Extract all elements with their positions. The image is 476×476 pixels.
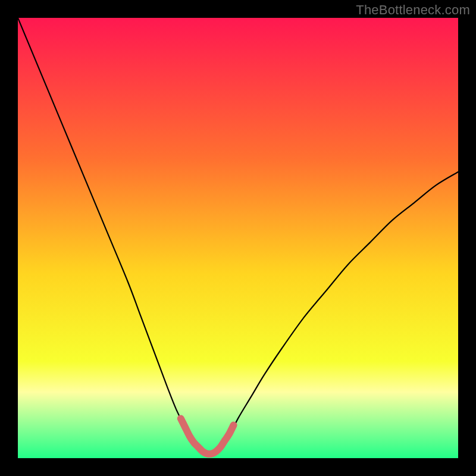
gradient-background bbox=[18, 18, 458, 458]
plot-area bbox=[18, 18, 458, 458]
chart-frame: TheBottleneck.com bbox=[0, 0, 476, 476]
watermark-text: TheBottleneck.com bbox=[356, 2, 470, 18]
plot-svg bbox=[18, 18, 458, 458]
